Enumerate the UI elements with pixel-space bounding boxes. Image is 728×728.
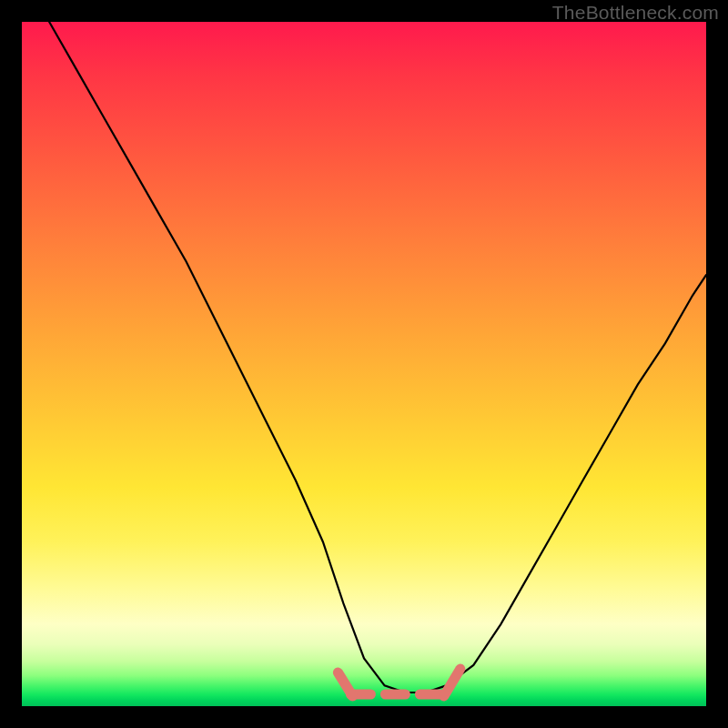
plot-area [22,22,706,706]
watermark-text: TheBottleneck.com [552,2,719,24]
curve-layer [22,22,706,706]
flat-region-stub-left [338,672,352,696]
bottleneck-curve [49,22,706,693]
flat-region-stub-right [444,669,460,696]
chart-stage: TheBottleneck.com [0,0,728,728]
